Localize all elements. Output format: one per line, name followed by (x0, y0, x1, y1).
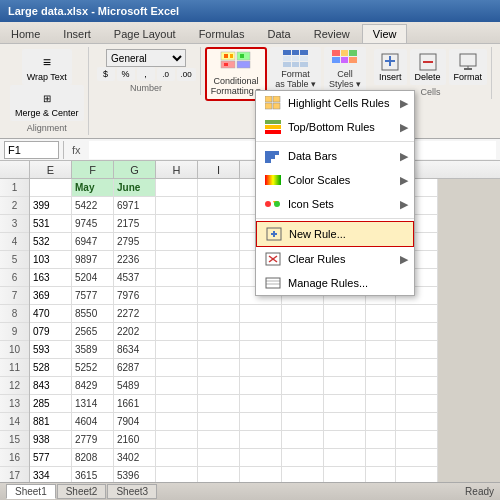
cell-r11-c8[interactable] (366, 359, 396, 377)
cell-r12-c4[interactable] (198, 377, 240, 395)
cell-r16-c7[interactable] (324, 449, 366, 467)
sheet-tab-1[interactable]: Sheet1 (6, 484, 56, 499)
cell-r5-c1[interactable]: 9897 (72, 251, 114, 269)
cell-r16-c1[interactable]: 8208 (72, 449, 114, 467)
cell-r12-c1[interactable]: 8429 (72, 377, 114, 395)
cell-r8-c4[interactable] (198, 305, 240, 323)
cell-r6-c0[interactable]: 163 (30, 269, 72, 287)
menu-item-manage-rules[interactable]: Manage Rules... (256, 271, 414, 295)
cell-r10-c2[interactable]: 8634 (114, 341, 156, 359)
cell-styles-button[interactable]: CellStyles ▾ (324, 47, 366, 93)
cell-r11-c0[interactable]: 528 (30, 359, 72, 377)
cell-r5-c0[interactable]: 103 (30, 251, 72, 269)
cell-r11-c9[interactable] (396, 359, 438, 377)
cell-r9-c3[interactable] (156, 323, 198, 341)
col-h[interactable]: H (156, 161, 198, 178)
cell-r14-c7[interactable] (324, 413, 366, 431)
cell-r16-c8[interactable] (366, 449, 396, 467)
col-f[interactable]: F (72, 161, 114, 178)
cell-r7-c3[interactable] (156, 287, 198, 305)
cell-r10-c1[interactable]: 3589 (72, 341, 114, 359)
tab-data[interactable]: Data (256, 24, 301, 43)
col-g[interactable]: G (114, 161, 156, 178)
cell-r16-c5[interactable] (240, 449, 282, 467)
cell-r8-c3[interactable] (156, 305, 198, 323)
cell-r13-c9[interactable] (396, 395, 438, 413)
sheet-tab-2[interactable]: Sheet2 (57, 484, 107, 499)
cell-r11-c7[interactable] (324, 359, 366, 377)
tab-view[interactable]: View (362, 24, 408, 43)
cell-r14-c3[interactable] (156, 413, 198, 431)
cell-r15-c9[interactable] (396, 431, 438, 449)
cell-r11-c4[interactable] (198, 359, 240, 377)
cell-r10-c0[interactable]: 593 (30, 341, 72, 359)
menu-item-clear-rules[interactable]: Clear Rules ▶ (256, 247, 414, 271)
tab-home[interactable]: Home (0, 24, 51, 43)
cell-r12-c5[interactable] (240, 377, 282, 395)
cell-r9-c7[interactable] (324, 323, 366, 341)
cell-r16-c3[interactable] (156, 449, 198, 467)
cell-r4-c2[interactable]: 2795 (114, 233, 156, 251)
cell-r3-c0[interactable]: 531 (30, 215, 72, 233)
cell-r1-c0[interactable] (30, 179, 72, 197)
cell-r9-c8[interactable] (366, 323, 396, 341)
cell-r11-c2[interactable]: 6287 (114, 359, 156, 377)
cell-r8-c9[interactable] (396, 305, 438, 323)
cell-r14-c4[interactable] (198, 413, 240, 431)
delete-button[interactable]: Delete (410, 49, 446, 85)
cell-r13-c2[interactable]: 1661 (114, 395, 156, 413)
cell-r14-c9[interactable] (396, 413, 438, 431)
cell-r9-c6[interactable] (282, 323, 324, 341)
cell-r13-c8[interactable] (366, 395, 396, 413)
menu-item-highlight-cells[interactable]: Highlight Cells Rules ▶ (256, 91, 414, 115)
cell-r16-c4[interactable] (198, 449, 240, 467)
insert-button[interactable]: Insert (374, 49, 407, 85)
cell-r12-c7[interactable] (324, 377, 366, 395)
cell-r14-c6[interactable] (282, 413, 324, 431)
cell-r3-c2[interactable]: 2175 (114, 215, 156, 233)
cell-r13-c5[interactable] (240, 395, 282, 413)
cell-r3-c3[interactable] (156, 215, 198, 233)
cell-r13-c0[interactable]: 285 (30, 395, 72, 413)
decimal-inc-button[interactable]: .0 (157, 68, 175, 81)
cell-r8-c8[interactable] (366, 305, 396, 323)
cell-r4-c0[interactable]: 532 (30, 233, 72, 251)
cell-r3-c4[interactable] (198, 215, 240, 233)
cell-r15-c8[interactable] (366, 431, 396, 449)
sheet-tab-3[interactable]: Sheet3 (107, 484, 157, 499)
comma-button[interactable]: , (137, 67, 155, 81)
cell-r5-c4[interactable] (198, 251, 240, 269)
cell-r8-c0[interactable]: 470 (30, 305, 72, 323)
cell-r9-c4[interactable] (198, 323, 240, 341)
cell-r8-c5[interactable] (240, 305, 282, 323)
cell-r15-c6[interactable] (282, 431, 324, 449)
menu-item-new-rule[interactable]: New Rule... (256, 221, 414, 247)
cell-r11-c5[interactable] (240, 359, 282, 377)
col-e[interactable]: E (30, 161, 72, 178)
cell-r2-c2[interactable]: 6971 (114, 197, 156, 215)
cell-r1-c4[interactable] (198, 179, 240, 197)
cell-r14-c2[interactable]: 7904 (114, 413, 156, 431)
cell-r15-c4[interactable] (198, 431, 240, 449)
cell-r14-c5[interactable] (240, 413, 282, 431)
cell-r6-c4[interactable] (198, 269, 240, 287)
cell-r6-c3[interactable] (156, 269, 198, 287)
cell-r9-c0[interactable]: 079 (30, 323, 72, 341)
cell-r2-c0[interactable]: 399 (30, 197, 72, 215)
cell-r5-c3[interactable] (156, 251, 198, 269)
cell-r14-c0[interactable]: 881 (30, 413, 72, 431)
cell-r1-c2[interactable]: June (114, 179, 156, 197)
cell-r15-c2[interactable]: 2160 (114, 431, 156, 449)
cell-r4-c3[interactable] (156, 233, 198, 251)
cell-r10-c9[interactable] (396, 341, 438, 359)
name-box[interactable] (4, 141, 59, 159)
cell-r15-c1[interactable]: 2779 (72, 431, 114, 449)
wrap-text-button[interactable]: ≡ Wrap Text (22, 49, 72, 85)
cell-r12-c6[interactable] (282, 377, 324, 395)
cell-r14-c8[interactable] (366, 413, 396, 431)
cell-r10-c4[interactable] (198, 341, 240, 359)
cell-r4-c1[interactable]: 6947 (72, 233, 114, 251)
menu-item-icon-sets[interactable]: Icon Sets ▶ (256, 192, 414, 216)
cell-r1-c1[interactable]: May (72, 179, 114, 197)
cell-r10-c5[interactable] (240, 341, 282, 359)
